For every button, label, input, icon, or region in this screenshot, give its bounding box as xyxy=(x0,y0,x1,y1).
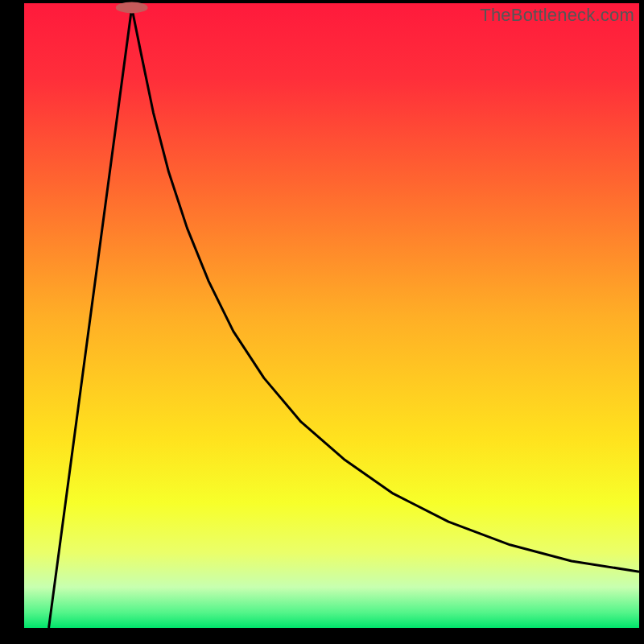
chart-background xyxy=(24,3,639,628)
watermark-text: TheBottleneck.com xyxy=(480,5,634,26)
bottleneck-chart xyxy=(0,0,644,644)
optimal-marker xyxy=(116,2,148,13)
chart-container: { "watermark": "TheBottleneck.com", "cha… xyxy=(0,0,644,644)
